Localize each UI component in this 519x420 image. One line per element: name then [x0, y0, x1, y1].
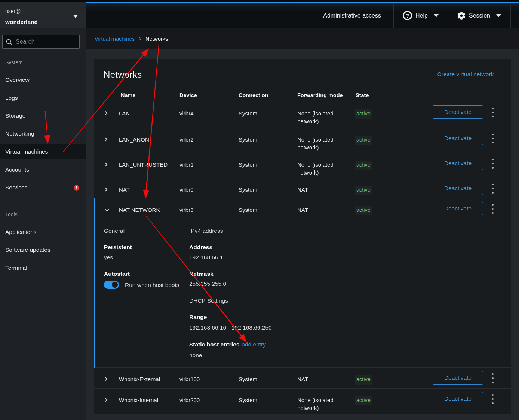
sidebar-item-software-updates[interactable]: Software updates — [0, 243, 86, 257]
nav-section-label-tools: Tools — [5, 211, 86, 217]
kebab-dot — [492, 184, 494, 185]
row-name: LAN_ANON — [119, 128, 179, 153]
sidebar: user@ wonderland SystemOverviewLogsStora… — [0, 2, 86, 420]
kebab-dot — [492, 208, 494, 210]
row-forwarding-mode: NAT — [297, 198, 354, 217]
row-connection: System — [239, 153, 297, 178]
row-expand-toggle[interactable] — [94, 153, 119, 178]
sidebar-item-accounts[interactable]: Accounts — [0, 162, 86, 177]
row-device: virbr4 — [179, 102, 239, 128]
sidebar-item-label: Networking — [5, 130, 34, 137]
masthead: Administrative access ? Help Session — [86, 3, 519, 28]
sidebar-item-label: Virtual machines — [5, 148, 48, 155]
sidebar-item-networking[interactable]: Networking — [0, 126, 86, 141]
sidebar-item-virtual-machines[interactable]: Virtual machines — [0, 144, 86, 159]
search-input[interactable] — [16, 38, 72, 45]
range-label-text: Range — [189, 314, 207, 320]
deactivate-button[interactable]: Deactivate — [433, 157, 483, 170]
row-name: Whonix-Internal — [119, 389, 179, 414]
row-kebab-menu[interactable] — [489, 134, 497, 143]
general-tab-label[interactable]: General — [104, 228, 125, 234]
row-forwarding-mode: NAT — [297, 368, 354, 388]
sidebar-item-label: Services — [5, 184, 27, 191]
row-connection: System — [239, 198, 297, 217]
deactivate-button[interactable]: Deactivate — [433, 202, 483, 215]
expanded-row-accent-bar — [94, 198, 95, 368]
row-kebab-menu[interactable] — [489, 108, 497, 117]
kebab-dot — [492, 402, 494, 404]
kebab-dot — [492, 108, 494, 109]
kebab-dot — [492, 167, 494, 169]
state-badge: active — [355, 161, 372, 170]
sidebar-item-label: Software updates — [5, 247, 50, 253]
row-kebab-menu[interactable] — [489, 159, 497, 169]
deactivate-button[interactable]: Deactivate — [433, 392, 483, 405]
breadcrumb: Virtual machines Networks — [86, 28, 519, 49]
breadcrumb-link-virtual-machines[interactable]: Virtual machines — [95, 36, 135, 42]
row-kebab-menu[interactable] — [489, 373, 497, 383]
row-expand-toggle[interactable] — [94, 128, 119, 153]
state-badge: active — [355, 206, 372, 215]
session-menu[interactable]: Session — [448, 3, 510, 28]
kebab-dot — [492, 159, 494, 160]
sidebar-item-applications[interactable]: Applications — [0, 225, 86, 240]
row-name: LAN — [119, 102, 179, 128]
sidebar-search[interactable] — [2, 35, 80, 49]
row-forwarding-mode: None (isolated network) — [297, 128, 354, 153]
sidebar-item-label: Storage — [5, 112, 25, 119]
row-expand-toggle[interactable] — [94, 368, 119, 388]
chevron-right-icon — [105, 162, 108, 167]
row-expand-toggle[interactable] — [94, 102, 119, 128]
search-icon — [6, 39, 12, 45]
kebab-dot — [492, 142, 494, 143]
row-expand-toggle[interactable] — [94, 198, 119, 217]
deactivate-button[interactable]: Deactivate — [433, 371, 483, 385]
help-menu[interactable]: ? Help — [393, 3, 448, 28]
host-switcher[interactable]: user@ wonderland — [0, 2, 86, 28]
table-row: Whonix-External virbr100 System NAT acti… — [94, 368, 511, 389]
row-expand-toggle[interactable] — [94, 389, 119, 414]
deactivate-button[interactable]: Deactivate — [433, 105, 483, 119]
sidebar-item-terminal[interactable]: Terminal — [0, 260, 86, 275]
netmask-value: 255.255.255.0 — [189, 281, 226, 287]
state-badge: active — [355, 109, 372, 119]
administrative-access-indicator[interactable]: Administrative access — [323, 3, 393, 28]
row-kebab-menu[interactable] — [489, 184, 497, 194]
sidebar-item-storage[interactable]: Storage — [0, 108, 86, 123]
row-connection: System — [239, 368, 297, 388]
sidebar-item-logs[interactable]: Logs — [0, 90, 86, 105]
table-row: LAN virbr4 System None (isolated network… — [94, 102, 511, 128]
kebab-dot — [492, 116, 494, 117]
create-virtual-network-button[interactable]: Create virtual network — [430, 68, 501, 81]
chevron-right-icon — [105, 137, 108, 142]
kebab-dot — [492, 373, 494, 375]
help-caret-icon — [434, 14, 439, 17]
chevron-down-icon — [105, 209, 109, 212]
col-header-device: Device — [179, 90, 239, 102]
row-connection: System — [239, 128, 297, 153]
row-name: NAT — [119, 178, 179, 198]
sidebar-item-services[interactable]: Services! — [0, 180, 86, 195]
host-switcher-caret-icon — [73, 15, 78, 18]
kebab-dot — [492, 163, 494, 164]
autostart-toggle[interactable] — [104, 281, 119, 289]
help-label: Help — [415, 12, 428, 19]
deactivate-button[interactable]: Deactivate — [433, 132, 483, 145]
table-row: LAN_ANON virbr2 System None (isolated ne… — [94, 128, 511, 153]
networks-card: Networks Create virtual network Name Dev… — [94, 59, 511, 414]
chevron-right-icon — [105, 111, 108, 115]
row-kebab-menu[interactable] — [489, 394, 497, 404]
row-forwarding-mode: NAT — [297, 178, 354, 198]
row-expand-toggle[interactable] — [94, 178, 119, 198]
chevron-right-icon — [105, 187, 108, 192]
page-title: Networks — [104, 70, 142, 80]
table-row: Whonix-Internal virbr200 System None (is… — [94, 389, 511, 414]
state-badge: active — [355, 136, 372, 145]
add-entry-link[interactable]: add entry — [242, 341, 266, 348]
row-device: virbr1 — [179, 153, 239, 178]
kebab-dot — [492, 382, 494, 383]
row-kebab-menu[interactable] — [489, 204, 497, 214]
row-device: virbr0 — [179, 178, 239, 198]
deactivate-button[interactable]: Deactivate — [433, 182, 483, 195]
sidebar-item-overview[interactable]: Overview — [0, 72, 86, 87]
